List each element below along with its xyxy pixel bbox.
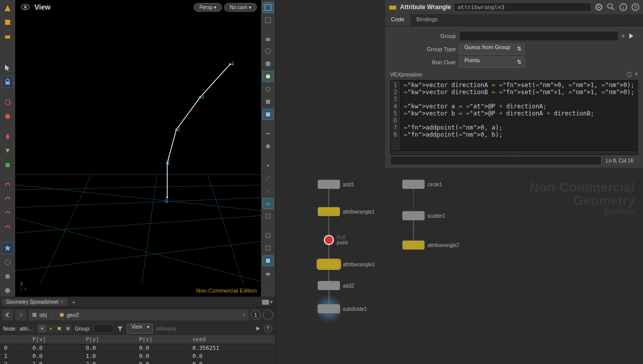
search-icon[interactable]: [607, 3, 616, 12]
spreadsheet-tab[interactable]: Geometry Spreadsheet×: [2, 298, 67, 306]
runover-select[interactable]: Points⇅: [459, 57, 525, 68]
rt-3[interactable]: [262, 46, 274, 57]
tool-a[interactable]: [2, 96, 14, 108]
node-circle1[interactable]: circle1: [402, 180, 442, 189]
back-button[interactable]: [2, 309, 13, 320]
table-header[interactable]: [0, 335, 28, 344]
rt-6[interactable]: [262, 96, 274, 107]
node-attribwrangle1[interactable]: attribwrangle1: [318, 207, 375, 216]
expand-icon[interactable]: [626, 71, 633, 78]
node-null-point[interactable]: Nullpoint: [324, 234, 348, 246]
view-dropdown[interactable]: View▾: [127, 323, 153, 334]
rt-11[interactable]: [262, 185, 274, 196]
resize-handle[interactable]: ⋮⋮⋮: [390, 151, 638, 155]
node-attribwrangle2[interactable]: attribwrangle2: [402, 240, 460, 250]
table-row[interactable]: 10.01.00.00.0: [0, 352, 275, 360]
pane-menu-icon[interactable]: [262, 300, 269, 305]
network-view[interactable]: Non-Commercial Geometry Edition add1 att…: [276, 175, 643, 364]
close-icon[interactable]: ×: [60, 299, 63, 305]
tool-h[interactable]: [2, 285, 14, 297]
table-row[interactable]: 00.00.00.00.356251: [0, 344, 275, 352]
group-select-icon[interactable]: [628, 32, 638, 39]
rt-7[interactable]: [262, 109, 274, 120]
class-verts[interactable]: [47, 325, 55, 333]
group-param-field[interactable]: [459, 31, 619, 41]
pin-button[interactable]: 1: [251, 310, 261, 320]
path-breadcrumb[interactable]: obj 〉 geo2 ▾: [28, 309, 249, 320]
snap-tool-2[interactable]: [2, 193, 14, 206]
rt-9[interactable]: [262, 141, 274, 152]
table-header[interactable]: P[y]: [82, 335, 135, 344]
node-add2[interactable]: add2: [318, 281, 354, 290]
node-attribwrangle3[interactable]: attribwrangle3: [318, 260, 375, 269]
rt-14[interactable]: [262, 242, 274, 254]
forward-button[interactable]: [15, 309, 26, 320]
table-header[interactable]: seed: [188, 335, 275, 344]
filter-icon[interactable]: [117, 325, 124, 332]
tool-f[interactable]: [2, 256, 14, 268]
tool-yellow-3[interactable]: [2, 30, 14, 43]
table-header[interactable]: P[z]: [135, 335, 188, 344]
help-icon[interactable]: ?: [264, 325, 272, 333]
svg-point-32: [266, 144, 270, 148]
group-menu-icon[interactable]: ▾: [622, 33, 625, 39]
tool-yellow-1[interactable]: [2, 2, 14, 14]
rt-10[interactable]: [262, 173, 274, 184]
help-icon-params[interactable]: ?: [631, 3, 640, 12]
node-scatter1[interactable]: scatter1: [402, 211, 446, 220]
node-name-field[interactable]: [454, 3, 591, 12]
tool-yellow-2[interactable]: [2, 16, 14, 28]
network-watermark: Non-Commercial Geometry Edition: [529, 181, 635, 216]
tool-e[interactable]: [2, 159, 14, 171]
rt-5[interactable]: [262, 84, 274, 95]
class-points[interactable]: [38, 325, 46, 333]
tool-b[interactable]: [2, 110, 14, 123]
rt-13[interactable]: [262, 230, 274, 241]
info-icon[interactable]: i: [619, 3, 628, 12]
code-editor[interactable]: 12345678 ="kw">vector directionA = ="fn"…: [390, 80, 638, 151]
svg-line-20: [142, 175, 157, 284]
table-header[interactable]: P[x]: [28, 335, 82, 344]
lock-tool[interactable]: [2, 76, 14, 88]
class-detail[interactable]: [64, 325, 72, 333]
svg-line-14: [15, 197, 261, 208]
pointnum-icon[interactable]: 12: [262, 198, 274, 209]
light-icon[interactable]: [262, 71, 274, 82]
rt-12[interactable]: [262, 211, 274, 222]
geo-icon: [59, 312, 65, 318]
play-icon[interactable]: [255, 326, 261, 332]
rt-dot[interactable]: [262, 160, 274, 171]
viewport-3d[interactable]: View Persp ▾ No cam ▾: [15, 0, 261, 297]
svg-point-27: [266, 74, 270, 78]
rt-8[interactable]: [262, 128, 274, 139]
node-subdivide1[interactable]: subdivide1: [318, 304, 367, 313]
snap-tool-4[interactable]: [2, 222, 14, 234]
shading-wire[interactable]: [262, 2, 274, 13]
tab-bindings[interactable]: Bindings: [410, 14, 444, 26]
pane-dropdown-icon[interactable]: ▾: [270, 299, 273, 305]
group-field[interactable]: [93, 324, 114, 333]
add-tab-icon[interactable]: +: [71, 298, 75, 306]
tab-code[interactable]: Code: [385, 14, 410, 26]
shading-tool-2[interactable]: [262, 15, 274, 26]
tool-d[interactable]: [2, 145, 14, 157]
tool-g[interactable]: [2, 270, 14, 282]
vex-menu-icon[interactable]: ▾: [635, 71, 638, 78]
status-input[interactable]: [390, 156, 602, 165]
rt-16[interactable]: [262, 268, 274, 279]
rt-4[interactable]: [262, 58, 274, 69]
gear-icon[interactable]: [594, 3, 603, 12]
grouptype-select[interactable]: Guess from Group⇅: [459, 44, 525, 55]
link-button[interactable]: [263, 310, 273, 320]
table-row[interactable]: 21.02.00.00.0: [0, 360, 275, 365]
lock-icon-right[interactable]: [262, 33, 274, 44]
intrinsics-label[interactable]: Intrinsics: [156, 326, 176, 332]
tool-c[interactable]: [2, 131, 14, 143]
node-add1[interactable]: add1: [318, 180, 354, 189]
select-arrow-tool[interactable]: [2, 62, 14, 74]
snap-tool-1[interactable]: [2, 179, 14, 191]
class-prims[interactable]: [55, 325, 63, 333]
snap-tool-3[interactable]: [2, 208, 14, 220]
tool-highlighted[interactable]: [2, 242, 14, 254]
rt-15[interactable]: [262, 255, 274, 266]
